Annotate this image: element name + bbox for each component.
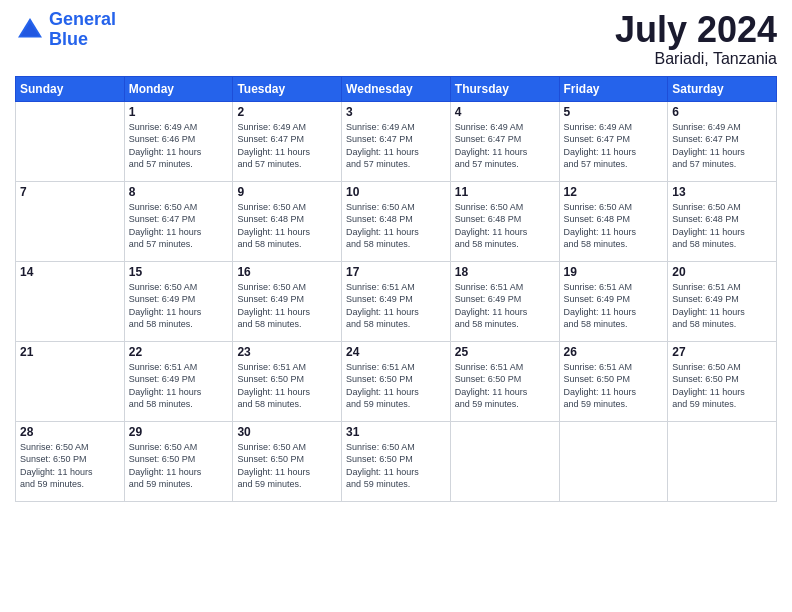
month-year: July 2024 — [615, 10, 777, 50]
day-info: Sunrise: 6:50 AM Sunset: 6:50 PM Dayligh… — [129, 441, 229, 491]
day-info: Sunrise: 6:51 AM Sunset: 6:50 PM Dayligh… — [455, 361, 555, 411]
calendar-cell: 16Sunrise: 6:50 AM Sunset: 6:49 PM Dayli… — [233, 261, 342, 341]
calendar-cell: 19Sunrise: 6:51 AM Sunset: 6:49 PM Dayli… — [559, 261, 668, 341]
calendar-cell: 28Sunrise: 6:50 AM Sunset: 6:50 PM Dayli… — [16, 421, 125, 501]
calendar-cell: 11Sunrise: 6:50 AM Sunset: 6:48 PM Dayli… — [450, 181, 559, 261]
calendar-cell: 1Sunrise: 6:49 AM Sunset: 6:46 PM Daylig… — [124, 101, 233, 181]
calendar-cell: 20Sunrise: 6:51 AM Sunset: 6:49 PM Dayli… — [668, 261, 777, 341]
logo-line2: Blue — [49, 29, 88, 49]
col-sunday: Sunday — [16, 76, 125, 101]
day-info: Sunrise: 6:50 AM Sunset: 6:50 PM Dayligh… — [20, 441, 120, 491]
day-info: Sunrise: 6:50 AM Sunset: 6:48 PM Dayligh… — [237, 201, 337, 251]
calendar-cell: 26Sunrise: 6:51 AM Sunset: 6:50 PM Dayli… — [559, 341, 668, 421]
day-number: 25 — [455, 345, 555, 359]
day-number: 3 — [346, 105, 446, 119]
col-wednesday: Wednesday — [342, 76, 451, 101]
day-number: 15 — [129, 265, 229, 279]
day-info: Sunrise: 6:49 AM Sunset: 6:47 PM Dayligh… — [455, 121, 555, 171]
calendar-header-row: Sunday Monday Tuesday Wednesday Thursday… — [16, 76, 777, 101]
calendar-week-row-2: 78Sunrise: 6:50 AM Sunset: 6:47 PM Dayli… — [16, 181, 777, 261]
day-number: 7 — [20, 185, 120, 199]
day-info: Sunrise: 6:49 AM Sunset: 6:47 PM Dayligh… — [672, 121, 772, 171]
day-number: 18 — [455, 265, 555, 279]
calendar-cell: 14 — [16, 261, 125, 341]
calendar-cell: 23Sunrise: 6:51 AM Sunset: 6:50 PM Dayli… — [233, 341, 342, 421]
day-info: Sunrise: 6:51 AM Sunset: 6:49 PM Dayligh… — [455, 281, 555, 331]
title-block: July 2024 Bariadi, Tanzania — [615, 10, 777, 68]
day-info: Sunrise: 6:50 AM Sunset: 6:48 PM Dayligh… — [455, 201, 555, 251]
calendar-cell: 10Sunrise: 6:50 AM Sunset: 6:48 PM Dayli… — [342, 181, 451, 261]
calendar-cell — [450, 421, 559, 501]
page: General Blue July 2024 Bariadi, Tanzania… — [0, 0, 792, 612]
day-info: Sunrise: 6:50 AM Sunset: 6:49 PM Dayligh… — [237, 281, 337, 331]
calendar-cell: 8Sunrise: 6:50 AM Sunset: 6:47 PM Daylig… — [124, 181, 233, 261]
logo-icon — [15, 15, 45, 45]
calendar-cell: 27Sunrise: 6:50 AM Sunset: 6:50 PM Dayli… — [668, 341, 777, 421]
calendar-week-row-1: 1Sunrise: 6:49 AM Sunset: 6:46 PM Daylig… — [16, 101, 777, 181]
calendar-cell: 3Sunrise: 6:49 AM Sunset: 6:47 PM Daylig… — [342, 101, 451, 181]
day-number: 8 — [129, 185, 229, 199]
calendar-cell: 31Sunrise: 6:50 AM Sunset: 6:50 PM Dayli… — [342, 421, 451, 501]
day-info: Sunrise: 6:51 AM Sunset: 6:49 PM Dayligh… — [129, 361, 229, 411]
day-info: Sunrise: 6:51 AM Sunset: 6:50 PM Dayligh… — [237, 361, 337, 411]
day-info: Sunrise: 6:51 AM Sunset: 6:49 PM Dayligh… — [564, 281, 664, 331]
logo-text: General Blue — [49, 10, 116, 50]
day-number: 1 — [129, 105, 229, 119]
day-info: Sunrise: 6:50 AM Sunset: 6:47 PM Dayligh… — [129, 201, 229, 251]
logo-line1: General — [49, 9, 116, 29]
calendar-cell: 4Sunrise: 6:49 AM Sunset: 6:47 PM Daylig… — [450, 101, 559, 181]
calendar-cell: 13Sunrise: 6:50 AM Sunset: 6:48 PM Dayli… — [668, 181, 777, 261]
day-info: Sunrise: 6:51 AM Sunset: 6:50 PM Dayligh… — [346, 361, 446, 411]
day-info: Sunrise: 6:51 AM Sunset: 6:50 PM Dayligh… — [564, 361, 664, 411]
day-number: 30 — [237, 425, 337, 439]
day-info: Sunrise: 6:50 AM Sunset: 6:49 PM Dayligh… — [129, 281, 229, 331]
calendar-cell: 9Sunrise: 6:50 AM Sunset: 6:48 PM Daylig… — [233, 181, 342, 261]
calendar-cell: 25Sunrise: 6:51 AM Sunset: 6:50 PM Dayli… — [450, 341, 559, 421]
calendar-cell: 7 — [16, 181, 125, 261]
day-number: 26 — [564, 345, 664, 359]
calendar-cell: 21 — [16, 341, 125, 421]
day-number: 31 — [346, 425, 446, 439]
calendar-cell — [668, 421, 777, 501]
day-number: 16 — [237, 265, 337, 279]
day-number: 6 — [672, 105, 772, 119]
day-number: 9 — [237, 185, 337, 199]
calendar-week-row-3: 1415Sunrise: 6:50 AM Sunset: 6:49 PM Day… — [16, 261, 777, 341]
calendar-cell: 2Sunrise: 6:49 AM Sunset: 6:47 PM Daylig… — [233, 101, 342, 181]
calendar-cell — [559, 421, 668, 501]
header: General Blue July 2024 Bariadi, Tanzania — [15, 10, 777, 68]
day-number: 29 — [129, 425, 229, 439]
col-monday: Monday — [124, 76, 233, 101]
day-number: 13 — [672, 185, 772, 199]
day-info: Sunrise: 6:50 AM Sunset: 6:50 PM Dayligh… — [346, 441, 446, 491]
day-number: 20 — [672, 265, 772, 279]
day-info: Sunrise: 6:50 AM Sunset: 6:48 PM Dayligh… — [346, 201, 446, 251]
col-tuesday: Tuesday — [233, 76, 342, 101]
day-number: 19 — [564, 265, 664, 279]
day-number: 28 — [20, 425, 120, 439]
day-info: Sunrise: 6:50 AM Sunset: 6:48 PM Dayligh… — [672, 201, 772, 251]
calendar-week-row-5: 28Sunrise: 6:50 AM Sunset: 6:50 PM Dayli… — [16, 421, 777, 501]
col-friday: Friday — [559, 76, 668, 101]
day-number: 4 — [455, 105, 555, 119]
day-number: 10 — [346, 185, 446, 199]
day-number: 27 — [672, 345, 772, 359]
day-number: 2 — [237, 105, 337, 119]
calendar-cell: 22Sunrise: 6:51 AM Sunset: 6:49 PM Dayli… — [124, 341, 233, 421]
calendar-cell: 17Sunrise: 6:51 AM Sunset: 6:49 PM Dayli… — [342, 261, 451, 341]
day-info: Sunrise: 6:49 AM Sunset: 6:46 PM Dayligh… — [129, 121, 229, 171]
day-number: 14 — [20, 265, 120, 279]
calendar-cell: 15Sunrise: 6:50 AM Sunset: 6:49 PM Dayli… — [124, 261, 233, 341]
calendar-week-row-4: 2122Sunrise: 6:51 AM Sunset: 6:49 PM Day… — [16, 341, 777, 421]
col-saturday: Saturday — [668, 76, 777, 101]
day-info: Sunrise: 6:50 AM Sunset: 6:50 PM Dayligh… — [237, 441, 337, 491]
calendar-table: Sunday Monday Tuesday Wednesday Thursday… — [15, 76, 777, 502]
calendar-cell: 5Sunrise: 6:49 AM Sunset: 6:47 PM Daylig… — [559, 101, 668, 181]
day-number: 17 — [346, 265, 446, 279]
day-info: Sunrise: 6:50 AM Sunset: 6:50 PM Dayligh… — [672, 361, 772, 411]
day-info: Sunrise: 6:51 AM Sunset: 6:49 PM Dayligh… — [346, 281, 446, 331]
day-info: Sunrise: 6:49 AM Sunset: 6:47 PM Dayligh… — [564, 121, 664, 171]
day-info: Sunrise: 6:51 AM Sunset: 6:49 PM Dayligh… — [672, 281, 772, 331]
day-info: Sunrise: 6:50 AM Sunset: 6:48 PM Dayligh… — [564, 201, 664, 251]
col-thursday: Thursday — [450, 76, 559, 101]
